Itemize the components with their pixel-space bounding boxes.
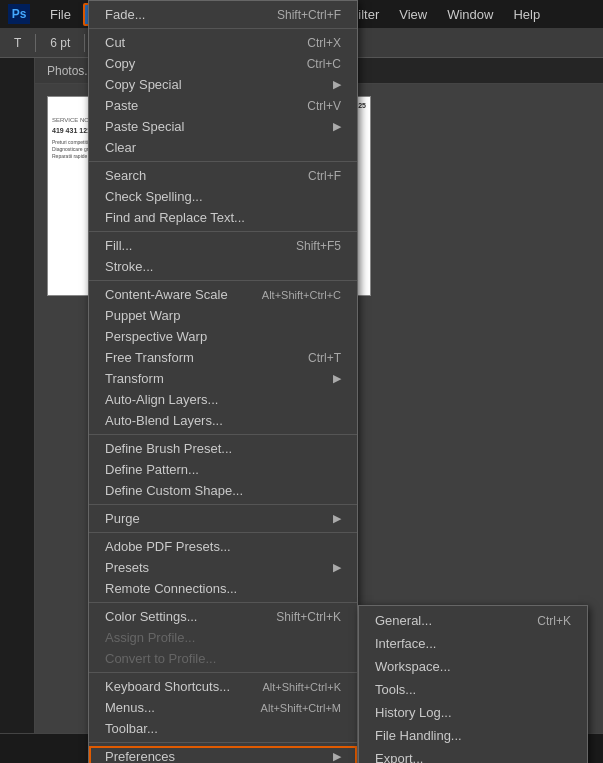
prefs-item-tools[interactable]: Tools...: [359, 678, 587, 701]
menu-help[interactable]: Help: [505, 5, 548, 24]
prefs-history-label: History Log...: [375, 705, 452, 720]
menu-item-paste-special[interactable]: Paste Special ▶: [89, 116, 357, 137]
prefs-general-shortcut: Ctrl+K: [537, 614, 571, 628]
edit-menu-dropdown: Fade... Shift+Ctrl+F Cut Ctrl+X Copy Ctr…: [88, 0, 358, 763]
menu-item-define-brush[interactable]: Define Brush Preset...: [89, 438, 357, 459]
menu-item-define-shape[interactable]: Define Custom Shape...: [89, 480, 357, 501]
edit-menu-section-transform: Content-Aware Scale Alt+Shift+Ctrl+C Pup…: [89, 281, 357, 435]
menu-item-auto-blend[interactable]: Auto-Blend Layers...: [89, 410, 357, 431]
menu-item-transform[interactable]: Transform ▶: [89, 368, 357, 389]
toolbar-separator-2: [84, 34, 85, 52]
menu-item-find-replace[interactable]: Find and Replace Text...: [89, 207, 357, 228]
text-tool-icon: T: [8, 34, 27, 52]
menu-item-define-pattern[interactable]: Define Pattern...: [89, 459, 357, 480]
font-size-field[interactable]: 6 pt: [44, 34, 76, 52]
menu-view[interactable]: View: [391, 5, 435, 24]
menu-item-purge[interactable]: Purge ▶: [89, 508, 357, 529]
prefs-item-history-log[interactable]: History Log...: [359, 701, 587, 724]
menu-item-toolbar[interactable]: Toolbar...: [89, 718, 357, 739]
menu-file[interactable]: File: [42, 5, 79, 24]
prefs-item-interface[interactable]: Interface...: [359, 632, 587, 655]
menu-item-fade[interactable]: Fade... Shift+Ctrl+F: [89, 4, 357, 25]
prefs-interface-label: Interface...: [375, 636, 436, 651]
menu-item-search[interactable]: Search Ctrl+F: [89, 165, 357, 186]
menu-item-content-aware[interactable]: Content-Aware Scale Alt+Shift+Ctrl+C: [89, 284, 357, 305]
menu-item-assign-profile: Assign Profile...: [89, 627, 357, 648]
edit-menu-section-preferences: Preferences ▶: [89, 743, 357, 763]
edit-menu-section-color: Color Settings... Shift+Ctrl+K Assign Pr…: [89, 603, 357, 673]
ps-logo: Ps: [8, 4, 30, 24]
menu-item-fill[interactable]: Fill... Shift+F5: [89, 235, 357, 256]
menu-item-perspective-warp[interactable]: Perspective Warp: [89, 326, 357, 347]
menu-item-paste[interactable]: Paste Ctrl+V: [89, 95, 357, 116]
prefs-workspace-label: Workspace...: [375, 659, 451, 674]
menu-item-free-transform[interactable]: Free Transform Ctrl+T: [89, 347, 357, 368]
menu-item-cut[interactable]: Cut Ctrl+X: [89, 32, 357, 53]
edit-menu-section-presets: Adobe PDF Presets... Presets ▶ Remote Co…: [89, 533, 357, 603]
menu-item-auto-align[interactable]: Auto-Align Layers...: [89, 389, 357, 410]
menu-item-remote-connections[interactable]: Remote Connections...: [89, 578, 357, 599]
prefs-item-general[interactable]: General... Ctrl+K: [359, 609, 587, 632]
edit-menu-section-fade: Fade... Shift+Ctrl+F: [89, 1, 357, 29]
prefs-general-label: General...: [375, 613, 432, 628]
menu-item-menus[interactable]: Menus... Alt+Shift+Ctrl+M: [89, 697, 357, 718]
edit-menu-section-fill: Fill... Shift+F5 Stroke...: [89, 232, 357, 281]
prefs-tools-label: Tools...: [375, 682, 416, 697]
prefs-file-handling-label: File Handling...: [375, 728, 462, 743]
menu-item-keyboard-shortcuts[interactable]: Keyboard Shortcuts... Alt+Shift+Ctrl+K: [89, 676, 357, 697]
edit-menu-section-shortcuts: Keyboard Shortcuts... Alt+Shift+Ctrl+K M…: [89, 673, 357, 743]
menu-item-copy[interactable]: Copy Ctrl+C: [89, 53, 357, 74]
menu-item-color-settings[interactable]: Color Settings... Shift+Ctrl+K: [89, 606, 357, 627]
left-sidebar: [0, 58, 35, 733]
prefs-item-export[interactable]: Export...: [359, 747, 587, 763]
menu-item-presets[interactable]: Presets ▶: [89, 557, 357, 578]
menu-item-clear[interactable]: Clear: [89, 137, 357, 158]
menu-item-check-spelling[interactable]: Check Spelling...: [89, 186, 357, 207]
prefs-item-workspace[interactable]: Workspace...: [359, 655, 587, 678]
menu-item-stroke[interactable]: Stroke...: [89, 256, 357, 277]
menu-item-puppet-warp[interactable]: Puppet Warp: [89, 305, 357, 326]
menu-window[interactable]: Window: [439, 5, 501, 24]
edit-menu-section-define: Define Brush Preset... Define Pattern...…: [89, 435, 357, 505]
edit-menu-section-clipboard: Cut Ctrl+X Copy Ctrl+C Copy Special ▶ Pa…: [89, 29, 357, 162]
prefs-item-file-handling[interactable]: File Handling...: [359, 724, 587, 747]
edit-menu-section-search: Search Ctrl+F Check Spelling... Find and…: [89, 162, 357, 232]
edit-menu-section-purge: Purge ▶: [89, 505, 357, 533]
preferences-submenu: General... Ctrl+K Interface... Workspace…: [358, 605, 588, 763]
menu-item-copy-special[interactable]: Copy Special ▶: [89, 74, 357, 95]
toolbar-separator-1: [35, 34, 36, 52]
prefs-export-label: Export...: [375, 751, 423, 763]
menu-item-pdf-presets[interactable]: Adobe PDF Presets...: [89, 536, 357, 557]
menu-item-preferences[interactable]: Preferences ▶: [89, 746, 357, 763]
menu-item-convert-profile: Convert to Profile...: [89, 648, 357, 669]
